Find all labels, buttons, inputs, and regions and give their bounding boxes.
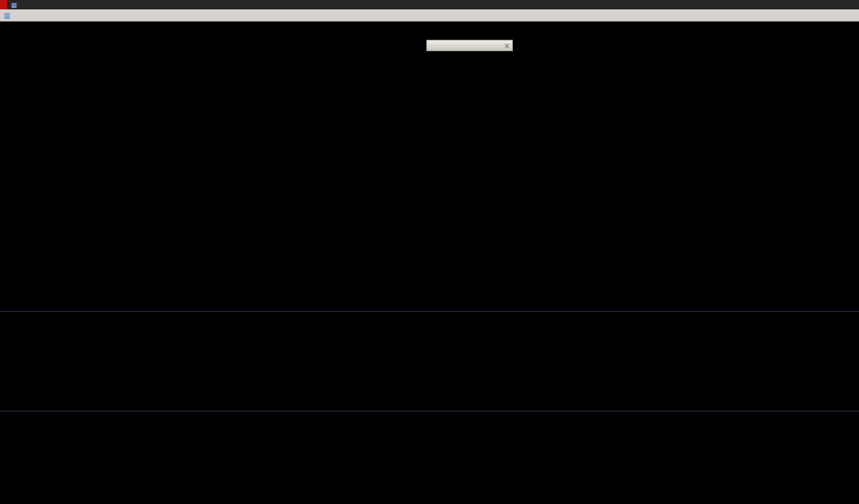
menu-bar: ▦: [0, 0, 859, 9]
pane-divider: [0, 411, 859, 412]
tooltip-titlebar[interactable]: ×: [427, 40, 512, 51]
info-tooltip: ×: [426, 40, 513, 51]
main-candlestick-chart[interactable]: [0, 22, 859, 307]
close-icon[interactable]: ×: [504, 42, 510, 50]
chip-distribution-chart[interactable]: [0, 420, 859, 504]
divider-labels: [0, 303, 859, 311]
volume-chart[interactable]: [0, 321, 859, 411]
period-toolbar: ▥: [0, 9, 859, 22]
chart-icon[interactable]: ▥: [0, 12, 14, 19]
grid-icon[interactable]: ▦: [7, 1, 21, 9]
pane-divider: [0, 311, 859, 312]
app-window: ▦ ▥ ×: [0, 0, 859, 504]
clock: [0, 0, 7, 9]
